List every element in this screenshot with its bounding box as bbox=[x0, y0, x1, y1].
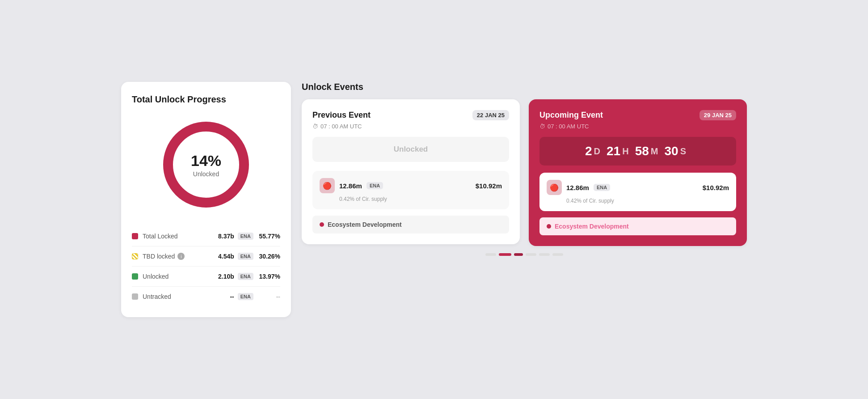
legend-color-unlocked bbox=[132, 273, 138, 280]
previous-token-info: 🔴 12.86m ENA $10.92m 0.42% of Cir. suppl… bbox=[312, 171, 509, 209]
pagination-dot-1[interactable] bbox=[485, 253, 496, 256]
events-row: Previous Event 22 JAN 25 ⏱ 07 : 00 AM UT… bbox=[302, 99, 747, 246]
upcoming-token-usd: $10.92m bbox=[703, 184, 729, 191]
legend-item-tbd: TBD locked i 4.54b ENA 30.26% bbox=[132, 246, 280, 267]
previous-category-tag: Ecosystem Development bbox=[312, 216, 509, 233]
previous-token-badge: ENA bbox=[367, 182, 383, 189]
upcoming-token-supply: 0.42% of Cir. supply bbox=[566, 198, 729, 204]
legend-color-locked bbox=[132, 233, 138, 239]
legend: Total Locked 8.37b ENA 55.77% TBD locked… bbox=[132, 226, 280, 306]
upcoming-event-card: Upcoming Event 29 JAN 25 ⏱ 07 : 00 AM UT… bbox=[529, 99, 747, 246]
previous-event-date: 22 JAN 25 bbox=[472, 110, 509, 120]
previous-event-time: ⏱ 07 : 00 AM UTC bbox=[312, 123, 509, 130]
countdown-seconds: 30 bbox=[664, 144, 678, 158]
donut-percent: 14% bbox=[191, 152, 221, 170]
upcoming-event-date: 29 JAN 25 bbox=[699, 110, 736, 120]
legend-item-total-locked: Total Locked 8.37b ENA 55.77% bbox=[132, 226, 280, 246]
main-container: Total Unlock Progress 14% Unlocked bbox=[121, 82, 747, 317]
legend-name-untracked: Untracked bbox=[143, 293, 230, 300]
previous-token-supply: 0.42% of Cir. supply bbox=[339, 196, 502, 202]
upcoming-token-left: 🔴 12.86m ENA bbox=[547, 180, 610, 195]
pagination-dot-5[interactable] bbox=[539, 253, 550, 256]
pagination-dot-3[interactable] bbox=[514, 253, 523, 256]
legend-values-untracked: -- ENA -- bbox=[230, 293, 280, 300]
countdown-hours: 21 bbox=[607, 144, 620, 158]
previous-token-usd: $10.92m bbox=[476, 182, 502, 190]
pagination-dots bbox=[302, 253, 747, 256]
donut-center: 14% Unlocked bbox=[191, 152, 221, 178]
upcoming-token-badge: ENA bbox=[594, 184, 610, 191]
legend-values-tbd: 4.54b ENA 30.26% bbox=[218, 253, 280, 260]
upcoming-event-header: Upcoming Event 29 JAN 25 bbox=[539, 110, 736, 120]
section-title: Unlock Events bbox=[302, 82, 747, 92]
info-icon-tbd[interactable]: i bbox=[177, 253, 185, 260]
previous-event-type: Previous Event bbox=[312, 110, 371, 120]
upcoming-event-time: ⏱ 07 : 00 AM UTC bbox=[539, 123, 736, 130]
countdown-minutes-unit: M bbox=[651, 146, 658, 157]
donut-chart: 14% Unlocked bbox=[157, 115, 255, 214]
token-icon-upcoming: 🔴 bbox=[547, 180, 562, 195]
upcoming-category-tag: Ecosystem Development bbox=[539, 217, 736, 235]
previous-token-info-top: 🔴 12.86m ENA $10.92m bbox=[320, 178, 502, 193]
unlocked-status: Unlocked bbox=[312, 137, 509, 162]
legend-color-untracked bbox=[132, 293, 138, 300]
previous-token-left: 🔴 12.86m ENA bbox=[320, 178, 383, 193]
pagination-dot-4[interactable] bbox=[526, 253, 536, 256]
countdown-seconds-unit: S bbox=[680, 146, 686, 157]
legend-values-locked: 8.37b ENA 55.77% bbox=[218, 233, 280, 240]
legend-color-tbd bbox=[132, 253, 138, 259]
upcoming-token-info-top: 🔴 12.86m ENA $10.92m bbox=[547, 180, 729, 195]
countdown-timer: 2 D 21 H 58 M 30 S bbox=[539, 137, 736, 166]
pagination-dot-6[interactable] bbox=[552, 253, 563, 256]
previous-event-card: Previous Event 22 JAN 25 ⏱ 07 : 00 AM UT… bbox=[302, 99, 520, 244]
pagination-dot-2[interactable] bbox=[499, 253, 511, 256]
legend-name-tbd: TBD locked i bbox=[143, 253, 218, 260]
legend-item-unlocked: Unlocked 2.10b ENA 13.97% bbox=[132, 267, 280, 287]
countdown-hours-unit: H bbox=[622, 146, 628, 157]
upcoming-event-type: Upcoming Event bbox=[539, 110, 603, 120]
countdown-minutes: 58 bbox=[635, 144, 649, 158]
previous-event-header: Previous Event 22 JAN 25 bbox=[312, 110, 509, 120]
countdown-days: 2 bbox=[585, 144, 592, 158]
right-section: Unlock Events Previous Event 22 JAN 25 ⏱… bbox=[302, 82, 747, 256]
legend-item-untracked: Untracked -- ENA -- bbox=[132, 287, 280, 306]
left-card-title: Total Unlock Progress bbox=[132, 94, 280, 105]
category-dot-upcoming bbox=[547, 224, 551, 229]
legend-name-locked: Total Locked bbox=[143, 233, 218, 240]
donut-label: Unlocked bbox=[191, 170, 221, 178]
legend-name-unlocked: Unlocked bbox=[143, 273, 218, 280]
category-dot-prev bbox=[320, 222, 324, 227]
donut-wrapper: 14% Unlocked bbox=[132, 115, 280, 214]
clock-icon-upcoming: ⏱ bbox=[539, 123, 545, 130]
token-icon-prev: 🔴 bbox=[320, 178, 335, 193]
clock-icon-prev: ⏱ bbox=[312, 123, 318, 130]
legend-values-unlocked: 2.10b ENA 13.97% bbox=[218, 273, 280, 280]
countdown-days-unit: D bbox=[594, 146, 600, 157]
unlock-progress-card: Total Unlock Progress 14% Unlocked bbox=[121, 82, 291, 317]
upcoming-token-info: 🔴 12.86m ENA $10.92m 0.42% of Cir. suppl… bbox=[539, 173, 736, 211]
previous-token-amount: 12.86m bbox=[339, 182, 362, 190]
upcoming-token-amount: 12.86m bbox=[566, 184, 589, 191]
